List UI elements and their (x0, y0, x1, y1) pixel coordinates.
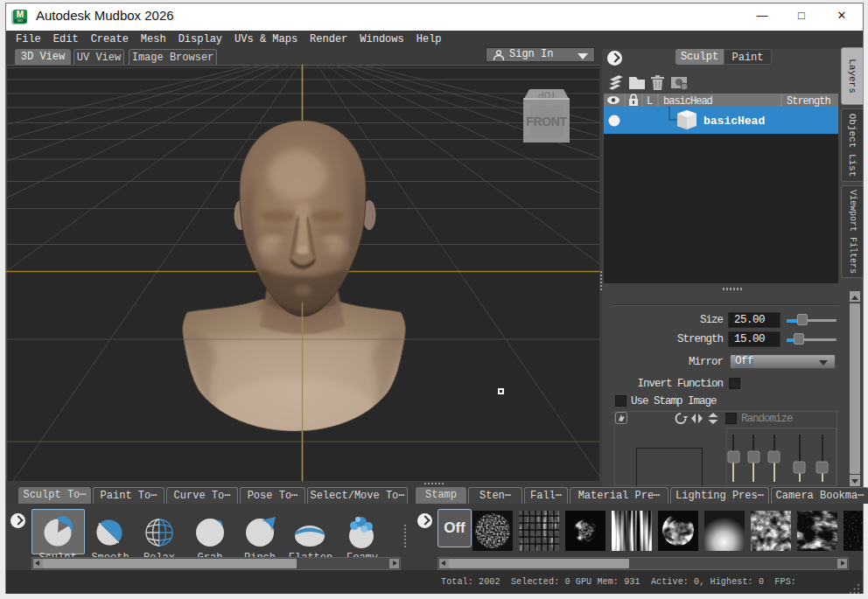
svg-text:basicHead: basicHead (704, 115, 765, 128)
svg-text:basicHead: basicHead (663, 95, 713, 107)
svg-text:Strength: Strength (787, 95, 830, 107)
svg-text:L: L (647, 95, 653, 107)
svg-text:FRONT: FRONT (526, 115, 567, 129)
